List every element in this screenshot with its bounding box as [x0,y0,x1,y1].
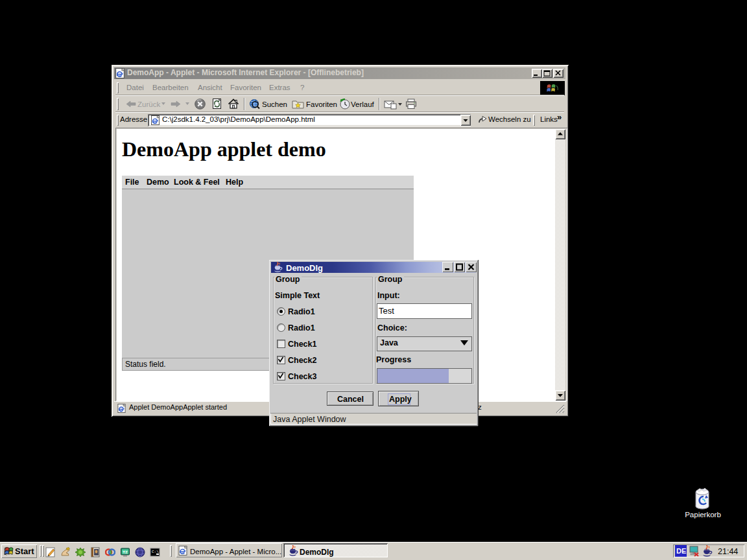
svg-text:C:\: C:\ [152,550,159,554]
svg-text:TZ: TZ [123,550,128,554]
